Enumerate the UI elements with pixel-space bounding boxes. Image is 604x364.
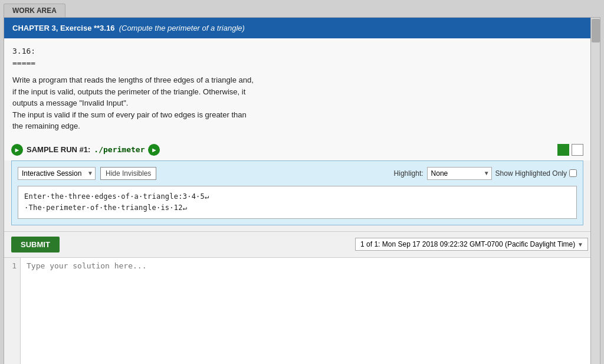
highlight-select-wrapper: None ▼	[427, 167, 492, 180]
code-editor: 1	[4, 257, 590, 364]
highlight-select[interactable]: None	[427, 167, 492, 180]
outer-wrapper: WORK AREA CHAPTER 3, Exercise **3.16 (Co…	[0, 0, 604, 364]
work-area-tab[interactable]: WORK AREA	[4, 4, 65, 17]
sample-run-right	[557, 144, 583, 156]
highlight-section: Highlight: None ▼ Show Highlighted Only	[394, 167, 577, 180]
code-textarea[interactable]	[21, 258, 590, 364]
sample-run-path: ./perimeter	[94, 145, 145, 154]
content-area: CHAPTER 3, Exercise **3.16 (Compute the …	[4, 18, 590, 364]
main-area: CHAPTER 3, Exercise **3.16 (Compute the …	[4, 17, 600, 364]
session-controls: Interactive Session ▼ Hide Invisibles Hi…	[18, 167, 577, 180]
terminal-line-1: Enter·the·three·edges·of·a·triangle:3·4·…	[24, 191, 570, 202]
line-numbers: 1	[4, 258, 21, 364]
exercise-separator: =====	[12, 57, 582, 69]
white-square-button[interactable]	[572, 144, 583, 156]
scrollbar[interactable]	[590, 18, 600, 364]
version-select-wrapper: 1 of 1: Mon Sep 17 2018 09:22:32 GMT-070…	[355, 238, 583, 251]
submit-button[interactable]: SUBMIT	[11, 237, 60, 252]
session-type-select[interactable]: Interactive Session	[18, 167, 96, 180]
exercise-number: 3.16: =====	[12, 45, 582, 68]
terminal-output: Enter·the·three·edges·of·a·triangle:3·4·…	[18, 186, 577, 219]
session-type-select-wrapper: Interactive Session ▼	[18, 167, 96, 180]
hide-invisibles-button[interactable]: Hide Invisibles	[100, 167, 156, 180]
highlight-label: Highlight:	[394, 169, 424, 178]
scrollbar-thumb[interactable]	[592, 19, 600, 42]
exercise-number-line: 3.16:	[12, 45, 582, 57]
session-panel: Interactive Session ▼ Hide Invisibles Hi…	[11, 160, 583, 225]
sample-run-label: SAMPLE RUN #1:	[27, 145, 90, 154]
exercise-body: 3.16: ===== Write a program that reads t…	[4, 38, 590, 139]
show-highlighted-checkbox[interactable]	[569, 169, 577, 177]
chapter-header: CHAPTER 3, Exercise **3.16 (Compute the …	[4, 18, 590, 38]
green-square-button[interactable]	[557, 144, 569, 156]
chapter-header-italic: (Compute the perimeter of a triangle)	[119, 24, 245, 32]
sample-run-left: ► SAMPLE RUN #1: ./perimeter ►	[11, 144, 160, 156]
terminal-line-2: ·The·perimeter·of·the·triangle·is·12↵	[24, 202, 570, 214]
version-select[interactable]: 1 of 1: Mon Sep 17 2018 09:22:32 GMT-070…	[355, 238, 588, 251]
show-highlighted-label: Show Highlighted Only	[495, 169, 577, 178]
exercise-description: Write a program that reads the lengths o…	[12, 74, 582, 132]
submit-bar: SUBMIT 1 of 1: Mon Sep 17 2018 09:22:32 …	[4, 231, 590, 257]
run-right-arrow-icon[interactable]: ►	[148, 144, 160, 156]
tab-bar: WORK AREA	[0, 0, 604, 17]
run-left-arrow-icon[interactable]: ►	[11, 144, 23, 156]
line-number-1: 1	[8, 261, 17, 270]
show-highlighted-text: Show Highlighted Only	[495, 169, 567, 178]
sample-run-header: ► SAMPLE RUN #1: ./perimeter ►	[4, 139, 590, 160]
chapter-header-bold: CHAPTER 3, Exercise **3.16	[12, 24, 114, 32]
